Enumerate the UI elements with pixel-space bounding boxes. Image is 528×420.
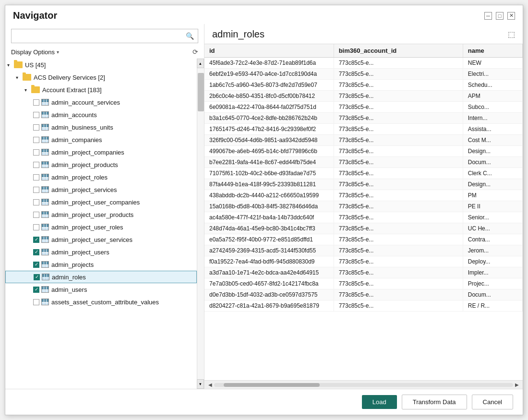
cell-id: 248d74da-46a1-45e9-bc80-3b41c4bc7ff3 xyxy=(204,223,334,234)
cell-id: d0e7d3bb-15df-4032-ad3b-ce0597d37575 xyxy=(204,289,334,300)
list-item[interactable]: admin_project_users xyxy=(5,246,197,258)
scroll-right-arrow[interactable]: ▶ xyxy=(513,381,521,388)
list-item[interactable]: admin_project_roles xyxy=(5,171,197,183)
tree-item-label: admin_project_user_roles xyxy=(51,224,123,231)
cell-bim360-account-id: 773c85c5-e... xyxy=(334,102,463,113)
checkbox[interactable] xyxy=(33,299,39,305)
checkbox[interactable] xyxy=(33,174,39,180)
close-button[interactable]: ✕ xyxy=(507,12,515,20)
list-item[interactable]: admin_roles xyxy=(5,271,197,283)
display-options-button[interactable]: Display Options ▾ xyxy=(11,48,59,56)
list-item[interactable]: admin_project_user_roles xyxy=(5,221,197,233)
table-row[interactable]: 15a0168b-d5d8-40b3-84f5-3827846d46da773c… xyxy=(204,201,523,212)
list-item[interactable]: admin_project_services xyxy=(5,183,197,196)
list-item[interactable]: admin_users xyxy=(5,283,197,296)
checkbox[interactable] xyxy=(33,212,39,218)
tree-item-acs[interactable]: ▾ ACS Delivery Services [2] xyxy=(5,71,197,84)
list-item[interactable]: admin_companies xyxy=(5,133,197,146)
table-row[interactable]: d0e7d3bb-15df-4032-ad3b-ce0597d37575773c… xyxy=(204,289,523,300)
cell-bim360-account-id: 773c85c5-e... xyxy=(334,146,463,157)
table-row[interactable]: b7ee2281-9afa-441e-8c67-edd44fb75de4773c… xyxy=(204,157,523,168)
checkbox[interactable] xyxy=(33,199,39,205)
checkbox[interactable] xyxy=(33,149,39,156)
cell-bim360-account-id: 773c85c5-e... xyxy=(334,201,463,212)
cell-bim360-account-id: 773c85c5-e... xyxy=(334,113,463,124)
table-row[interactable]: 2b6c0c4e-b850-4351-8fc0-d5cf00b78412773c… xyxy=(204,91,523,102)
table-row[interactable]: 7e7a03b05-ced0-4657-8fd2-1c42174fbc8a773… xyxy=(204,278,523,289)
table-row[interactable]: 326f9c00-05d4-4d6b-9851-aa9342dd5948773c… xyxy=(204,135,523,146)
table-row[interactable]: f0a19522-7ea4-4fad-bdf6-945d880830d9773c… xyxy=(204,256,523,267)
list-item[interactable]: admin_project_companies xyxy=(5,146,197,158)
vertical-scrollbar[interactable] xyxy=(197,68,204,379)
checkbox[interactable] xyxy=(33,224,39,230)
refresh-icon[interactable]: ⟳ xyxy=(192,48,198,56)
checkbox[interactable] xyxy=(33,112,39,118)
horizontal-scrollbar[interactable]: ◀ ▶ xyxy=(204,380,523,389)
list-item[interactable]: assets_asset_custom_attribute_values xyxy=(5,296,197,308)
minimize-button[interactable]: ─ xyxy=(484,12,492,20)
table-row[interactable]: 6ebf2e19-e593-4470-a4ce-1d7cc8190d4a773c… xyxy=(204,69,523,80)
expand-acs-icon: ▾ xyxy=(16,75,23,80)
list-item[interactable]: admin_project_user_services xyxy=(5,233,197,246)
transform-data-button[interactable]: Transform Data xyxy=(402,395,467,409)
table-row[interactable]: 87fa4449-b1ea-418f-99c5-23393b811281773c… xyxy=(204,179,523,190)
checkbox[interactable] xyxy=(33,99,39,106)
checkbox[interactable] xyxy=(33,124,39,131)
table-row[interactable]: 248d74da-46a1-45e9-bc80-3b41c4bc7ff3773c… xyxy=(204,223,523,234)
tree-item-label: admin_project_user_services xyxy=(51,236,132,243)
checkbox[interactable] xyxy=(33,137,39,143)
list-item[interactable]: admin_accounts xyxy=(5,108,197,121)
table-row[interactable]: 1ab6c7c5-a960-43e5-8073-dfe2d7d59e07773c… xyxy=(204,80,523,91)
load-button[interactable]: Load xyxy=(362,395,397,409)
checkbox[interactable] xyxy=(33,249,39,255)
cell-id: 71075f61-102b-40c2-b6be-d93fadae7d75 xyxy=(204,168,334,179)
table-row[interactable]: 45f6ade3-72c2-4e3e-87d2-71eab89f1d6a773c… xyxy=(204,58,523,69)
checkbox[interactable] xyxy=(33,237,39,243)
table-row[interactable]: 17651475-d246-47b2-8416-9c29398ef0f2773c… xyxy=(204,124,523,135)
table-icon xyxy=(41,186,49,193)
tree-item-account-extract[interactable]: ▾ Account Extract [183] xyxy=(5,84,197,96)
tree-item-label: admin_business_units xyxy=(51,124,113,131)
table-row[interactable]: d8204227-c81a-42a1-8679-b9a695e81879773c… xyxy=(204,300,523,312)
checkbox[interactable] xyxy=(33,162,39,168)
table-row[interactable]: 6e09081a-4222-470a-8644-fa02f75d751d773c… xyxy=(204,102,523,113)
tree-container[interactable]: ▴ ▾ US [45] ▾ ACS Delivery Services [2] xyxy=(5,59,204,389)
search-input[interactable] xyxy=(15,33,186,40)
cell-bim360-account-id: 773c85c5-e... xyxy=(334,80,463,91)
list-item[interactable]: admin_account_services xyxy=(5,96,197,108)
checkbox[interactable] xyxy=(33,187,39,193)
maximize-button[interactable]: □ xyxy=(496,12,504,20)
list-item[interactable]: admin_project_user_products xyxy=(5,208,197,221)
checkbox[interactable] xyxy=(33,262,39,268)
tree-item-label: admin_project_user_products xyxy=(51,211,133,218)
table-row[interactable]: 438abddb-dc2b-4440-a212-c66650a19599773c… xyxy=(204,190,523,201)
table-row[interactable]: a3d7aa10-1e71-4e2c-bdca-aa42e4d64915773c… xyxy=(204,267,523,278)
cell-name: Intern... xyxy=(463,113,522,124)
expand-ae-icon: ▾ xyxy=(24,87,31,93)
list-item[interactable]: admin_business_units xyxy=(5,121,197,133)
search-icon[interactable]: 🔍 xyxy=(186,32,194,40)
cell-bim360-account-id: 773c85c5-e... xyxy=(334,234,463,245)
cell-name: NEW xyxy=(463,58,522,69)
table-row[interactable]: e0a5a752-f95f-40b0-9772-e851d85dffd1773c… xyxy=(204,234,523,245)
tree-item-label: admin_project_user_companies xyxy=(51,199,140,206)
table-row[interactable]: 499067be-a6eb-4695-b14c-bfd779896c6b773c… xyxy=(204,146,523,157)
table-options-icon[interactable]: ⬚ xyxy=(508,30,515,39)
table-icon xyxy=(41,174,49,180)
table-row[interactable]: 71075f61-102b-40c2-b6be-d93fadae7d75773c… xyxy=(204,168,523,179)
tree-item-us[interactable]: ▾ US [45] xyxy=(5,59,197,71)
checkbox[interactable] xyxy=(34,274,40,280)
table-row[interactable]: a2742459-2369-4315-acd5-3144f530fd55773c… xyxy=(204,245,523,256)
list-item[interactable]: admin_projects xyxy=(5,258,197,271)
list-item[interactable]: admin_project_user_companies xyxy=(5,196,197,208)
checkbox[interactable] xyxy=(33,287,39,293)
data-table-wrapper[interactable]: id bim360_account_id name 45f6ade3-72c2-… xyxy=(204,44,523,380)
table-row[interactable]: ac4a580e-477f-421f-ba4a-14b73ddc640f773c… xyxy=(204,212,523,223)
cancel-button[interactable]: Cancel xyxy=(472,395,513,409)
scroll-up-button[interactable]: ▴ xyxy=(197,59,204,68)
scroll-left-arrow[interactable]: ◀ xyxy=(206,381,214,388)
table-row[interactable]: b3a1c645-0770-4ce2-8dfe-bb286762b24b773c… xyxy=(204,113,523,124)
scroll-down-button[interactable]: ▾ xyxy=(197,379,204,389)
list-item[interactable]: admin_project_products xyxy=(5,158,197,171)
tree-item-label: assets_asset_custom_attribute_values xyxy=(51,299,159,306)
